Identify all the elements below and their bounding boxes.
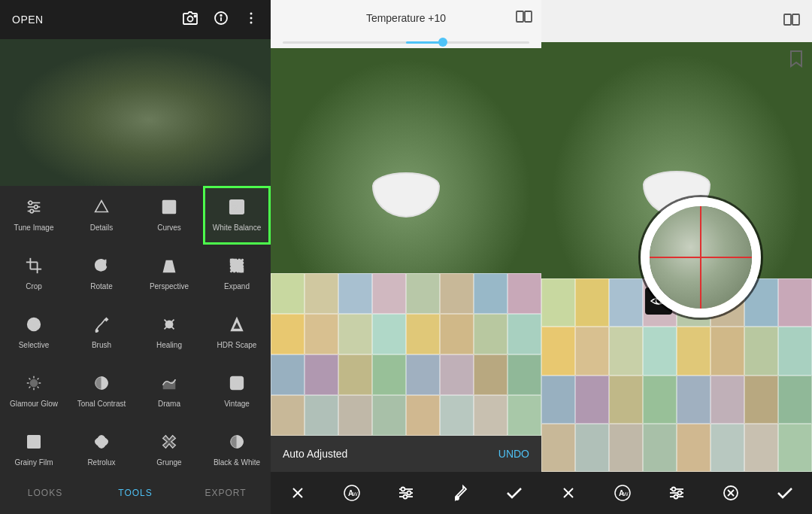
tool-perspective-label: Perspective [150, 282, 189, 291]
tab-tools[interactable]: TOOLS [90, 482, 180, 504]
confirm-button[interactable] [499, 478, 529, 508]
vintage-icon [228, 374, 246, 395]
tool-rotate[interactable]: Rotate [68, 245, 135, 303]
tool-details[interactable]: Details [68, 186, 135, 245]
crosshair-v [700, 206, 701, 309]
adjust-sliders-button[interactable] [391, 478, 421, 508]
slider-container[interactable] [271, 36, 541, 48]
tab-export[interactable]: EXPORT [180, 482, 271, 504]
tile [474, 314, 508, 354]
tile [508, 273, 541, 314]
tool-expand[interactable]: Expand [203, 245, 271, 303]
tool-white-balance-label: White Balance [213, 224, 261, 233]
tool-retrolux[interactable]: Retrolux [68, 421, 135, 472]
tool-curves[interactable]: Curves [135, 186, 203, 245]
tool-grainy-film[interactable]: Grainy Film [0, 421, 68, 472]
tool-tune-image[interactable]: Tune Image [0, 186, 68, 245]
svg-point-12 [34, 205, 38, 209]
selective-icon [25, 315, 43, 336]
grainy-icon [25, 433, 43, 454]
tool-crop[interactable]: Crop [0, 245, 68, 303]
tool-tonal-contrast[interactable]: Tonal Contrast [68, 362, 135, 421]
tool-grainy-film-label: Grainy Film [14, 458, 53, 467]
right-confirm-button[interactable] [770, 478, 800, 508]
svg-rect-50 [28, 436, 41, 449]
slider-track [283, 41, 529, 44]
tile [338, 314, 372, 354]
svg-marker-14 [95, 201, 108, 212]
right-close-button[interactable] [553, 478, 583, 508]
tool-hdr-scape-label: HDR Scape [217, 341, 257, 350]
right-auto-button[interactable]: A W [607, 478, 638, 508]
tool-white-balance[interactable]: WB White Balance [203, 186, 271, 245]
healing-icon [160, 315, 178, 336]
glamour-icon [25, 374, 43, 395]
svg-rect-53 [38, 438, 41, 440]
tool-glamour-glow[interactable]: Glamour Glow [0, 362, 68, 421]
svg-line-45 [29, 387, 31, 388]
tool-black-white-label: Black & White [214, 458, 260, 467]
tool-drama[interactable]: Drama [135, 362, 203, 421]
auto-button[interactable]: A W [337, 478, 367, 508]
tile [304, 314, 338, 354]
tab-looks[interactable]: LOOKS [0, 482, 90, 504]
svg-rect-52 [28, 443, 30, 445]
tile [372, 273, 406, 314]
undo-button[interactable]: UNDO [498, 448, 529, 460]
tool-retrolux-label: Retrolux [87, 458, 115, 467]
svg-point-0 [188, 16, 193, 21]
tool-healing-label: Healing [156, 341, 182, 350]
center-image [271, 48, 541, 436]
tool-grunge-label: Grunge [156, 458, 181, 467]
svg-point-31 [32, 323, 35, 326]
tune-icon [25, 198, 43, 219]
tool-healing[interactable]: Healing [135, 303, 203, 362]
bookmark-icon[interactable] [788, 50, 804, 71]
tool-grunge[interactable]: Grunge [135, 421, 203, 472]
tool-brush[interactable]: Brush [68, 303, 135, 362]
right-adjust-button[interactable] [662, 478, 692, 508]
tool-details-label: Details [90, 224, 114, 233]
svg-point-70 [408, 491, 411, 495]
eyedropper-button[interactable] [445, 478, 475, 508]
svg-rect-74 [792, 14, 799, 25]
tile [271, 354, 304, 395]
compare-icon[interactable] [516, 10, 532, 27]
close-button[interactable] [283, 478, 313, 508]
more-icon[interactable] [244, 11, 259, 29]
tool-perspective[interactable]: Perspective [135, 245, 203, 303]
right-image [541, 42, 812, 472]
tool-tonal-contrast-label: Tonal Contrast [77, 400, 126, 409]
tool-vintage[interactable]: Vintage [203, 362, 271, 421]
tool-selective[interactable]: Selective [0, 303, 68, 362]
tile [406, 314, 440, 354]
bw-icon [228, 433, 246, 454]
tile [508, 395, 541, 436]
right-xcircle-button[interactable] [716, 478, 746, 508]
tile [372, 354, 406, 395]
tool-hdr-scape[interactable]: HDR Scape [203, 303, 271, 362]
svg-point-1 [195, 15, 196, 17]
grunge-icon [160, 433, 178, 454]
svg-point-5 [250, 12, 253, 14]
tile [304, 354, 338, 395]
tonal-icon [92, 374, 111, 395]
tool-tune-image-label: Tune Image [14, 224, 54, 233]
tile [474, 395, 508, 436]
tile [271, 395, 304, 436]
camera-icon[interactable] [182, 11, 198, 29]
info-icon[interactable] [214, 11, 229, 29]
tool-black-white[interactable]: Black & White [203, 421, 271, 472]
thumbnail [0, 39, 271, 186]
svg-point-49 [240, 378, 242, 380]
retrolux-icon [92, 433, 111, 454]
tile [271, 273, 304, 314]
slider-thumb [438, 38, 447, 47]
open-button[interactable]: OPEN [12, 14, 44, 26]
svg-rect-73 [784, 14, 791, 25]
compare-icon-right[interactable] [783, 13, 800, 29]
magnifier [641, 197, 761, 318]
tile [508, 314, 541, 354]
svg-line-43 [38, 387, 39, 388]
tile [372, 395, 406, 436]
